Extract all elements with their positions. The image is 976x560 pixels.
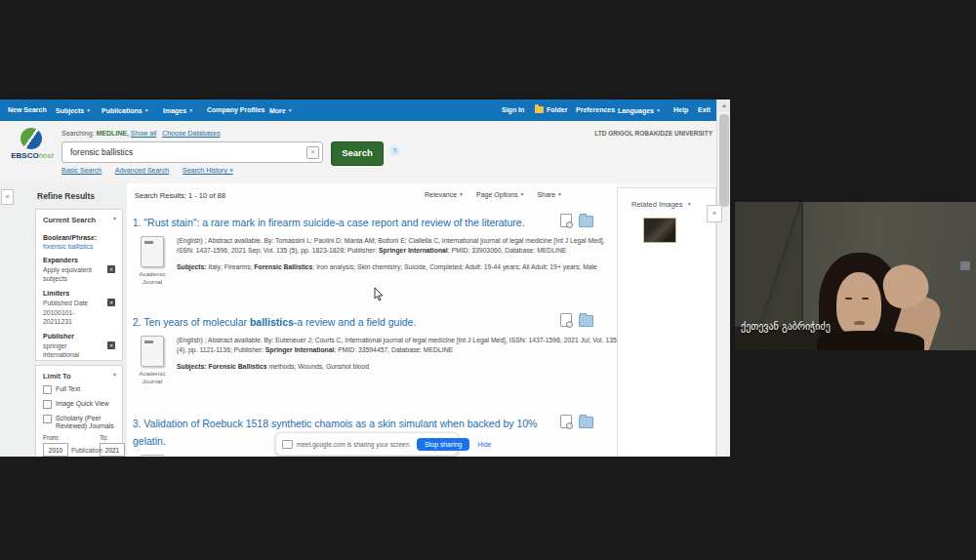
to-year-input[interactable] xyxy=(100,443,125,457)
preview-icon[interactable] xyxy=(560,313,572,327)
result-subjects: Subjects: Italy; Firearms; Forensic Ball… xyxy=(177,262,618,272)
expand-panel-icon[interactable]: » xyxy=(707,205,722,222)
choose-databases-link[interactable]: Choose Databases xyxy=(162,130,221,137)
relevance-dropdown[interactable]: Relevance▼ xyxy=(425,191,464,198)
searching-label: Searching: xyxy=(61,130,94,137)
stop-sharing-button[interactable]: Stop sharing xyxy=(417,438,469,451)
share-dropdown[interactable]: Share▼ xyxy=(537,191,562,198)
add-to-folder-icon[interactable] xyxy=(579,216,593,227)
expander-item: Apply equivalent subjects✕ xyxy=(43,265,115,283)
current-search-heading: Current Search xyxy=(43,216,96,224)
hide-button[interactable]: Hide xyxy=(477,441,491,448)
publication-label: Publication xyxy=(71,447,102,454)
result-subjects: Subjects: Forensic Ballistics methods; W… xyxy=(177,362,618,372)
mouse-cursor xyxy=(374,288,384,301)
nav-images[interactable]: Images▼ xyxy=(163,100,193,121)
related-image-thumbnail[interactable] xyxy=(643,218,676,243)
result-title-link[interactable]: "Rust stain": a rare mark in firearm sui… xyxy=(143,217,524,228)
nav-exit[interactable]: Exit xyxy=(698,100,711,121)
clear-search-icon[interactable]: × xyxy=(306,146,319,159)
page-options-dropdown[interactable]: Page Options▼ xyxy=(476,191,524,198)
limit-option-image-quick-view: Image Quick View xyxy=(43,400,117,409)
add-to-folder-icon[interactable] xyxy=(579,417,593,428)
nav-folder[interactable]: Folder xyxy=(535,100,567,121)
participant-name-label: ქეთევან გაბრიჭიძე xyxy=(741,321,831,332)
source-type-label: Academic Journal xyxy=(133,370,172,385)
participant-video-tile[interactable]: ქეთევან გაბრიჭიძე xyxy=(735,202,976,350)
scrollbar-thumb[interactable] xyxy=(719,114,729,207)
search-mode-links: Basic Search Advanced Search Search Hist… xyxy=(61,167,245,174)
chevron-down-icon: ▼ xyxy=(459,191,464,197)
chevron-down-icon: ▼ xyxy=(519,191,524,197)
nav-languages[interactable]: Languages▼ xyxy=(618,100,661,121)
ebsco-logo-icon xyxy=(20,128,42,149)
result-item: 2.Ten years of molecular ballistics-a re… xyxy=(133,312,601,385)
result-title-link[interactable]: Ten years of molecular ballistics-a revi… xyxy=(143,316,416,328)
shared-browser-screen: New Search Subjects▼ Publications▼ Image… xyxy=(0,100,730,457)
current-search-panel: Current Search ▾ Boolean/Phrase: forensi… xyxy=(35,209,123,361)
participant-shoulder xyxy=(817,331,924,350)
preview-icon[interactable] xyxy=(560,214,572,227)
help-icon[interactable]: ? xyxy=(389,145,400,156)
chevron-down-icon: ▼ xyxy=(86,107,91,113)
checkbox[interactable] xyxy=(43,415,52,423)
database-name: MEDLINE, xyxy=(96,130,128,137)
sharing-message: meet.google.com is sharing your screen. xyxy=(297,441,411,448)
result-number: 1. xyxy=(133,218,141,228)
add-to-folder-icon[interactable] xyxy=(579,315,593,327)
result-citation: (English) ; Abstract available. By: Toma… xyxy=(177,236,618,256)
academic-journal-icon xyxy=(141,336,164,367)
from-label: From: xyxy=(43,434,60,441)
basic-search-link[interactable]: Basic Search xyxy=(61,167,102,174)
nav-subjects[interactable]: Subjects▼ xyxy=(56,100,91,121)
meet-screenshare-stage: New Search Subjects▼ Publications▼ Image… xyxy=(0,0,976,560)
checkbox[interactable] xyxy=(43,385,52,394)
remove-filter-icon[interactable]: ✕ xyxy=(107,299,115,306)
result-citation: (English) ; Abstract available. By: Eute… xyxy=(177,336,618,355)
participant-mouth xyxy=(854,321,865,325)
preview-icon[interactable] xyxy=(560,415,572,428)
remove-filter-icon[interactable]: ✕ xyxy=(107,341,115,349)
limiters-heading: Limiters xyxy=(43,290,115,297)
nav-publications[interactable]: Publications▼ xyxy=(102,100,149,121)
nav-sign-in[interactable]: Sign In xyxy=(502,100,524,121)
chevron-down-icon[interactable]: ▾ xyxy=(113,215,116,221)
video-control-icon[interactable] xyxy=(960,261,970,270)
nav-more[interactable]: More▼ xyxy=(269,100,293,121)
source-type-label: Academic Journal xyxy=(133,270,172,286)
scrollbar-up-icon[interactable]: ▲ xyxy=(717,100,730,112)
chevron-down-icon[interactable]: ▼ xyxy=(687,201,692,207)
search-history-link[interactable]: Search History » xyxy=(183,167,233,174)
browser-scrollbar[interactable]: ▲ xyxy=(716,100,730,457)
chevron-down-icon: ▼ xyxy=(656,107,661,113)
nav-company-profiles[interactable]: Company Profiles xyxy=(207,100,265,121)
show-all-link[interactable]: Show all xyxy=(131,130,156,137)
chevron-down-icon: ▼ xyxy=(288,107,293,113)
boolean-phrase-value[interactable]: forensic ballistics xyxy=(43,243,115,250)
expanders-heading: Expanders xyxy=(43,257,115,263)
checkbox[interactable] xyxy=(43,400,52,409)
nav-new-search[interactable]: New Search xyxy=(8,100,47,121)
meet-sharing-notification: meet.google.com is sharing your screen. … xyxy=(275,432,459,456)
limit-option-scholarly: Scholarly (Peer Reviewed) Journals xyxy=(43,415,117,432)
from-year-input[interactable] xyxy=(43,443,68,457)
result-number: 2. xyxy=(133,317,141,328)
chevron-down-icon: ▼ xyxy=(188,107,193,113)
result-number: 3. xyxy=(133,419,141,429)
participant-face xyxy=(836,272,881,337)
collapse-sidebar-icon[interactable]: « xyxy=(1,189,14,205)
results-toolbar: Relevance▼ Page Options▼ Share▼ xyxy=(425,191,562,198)
academic-journal-icon xyxy=(141,236,164,267)
results-section: Search Results: 1 - 10 of 88 Relevance▼ … xyxy=(127,183,617,457)
search-button[interactable]: Search xyxy=(331,141,384,166)
academic-journal-icon xyxy=(141,455,164,457)
chevron-down-icon: ▼ xyxy=(557,191,562,197)
result-item: 1."Rust stain": a rare mark in firearm s… xyxy=(133,213,601,286)
advanced-search-link[interactable]: Advanced Search xyxy=(115,167,169,174)
remove-filter-icon[interactable]: ✕ xyxy=(107,265,115,273)
nav-help[interactable]: Help xyxy=(673,100,688,121)
nav-preferences[interactable]: Preferences xyxy=(576,100,615,121)
related-images-heading: Related Images ▼ xyxy=(631,200,692,209)
chevron-down-icon[interactable]: ▾ xyxy=(113,371,116,378)
search-input[interactable] xyxy=(61,141,323,163)
